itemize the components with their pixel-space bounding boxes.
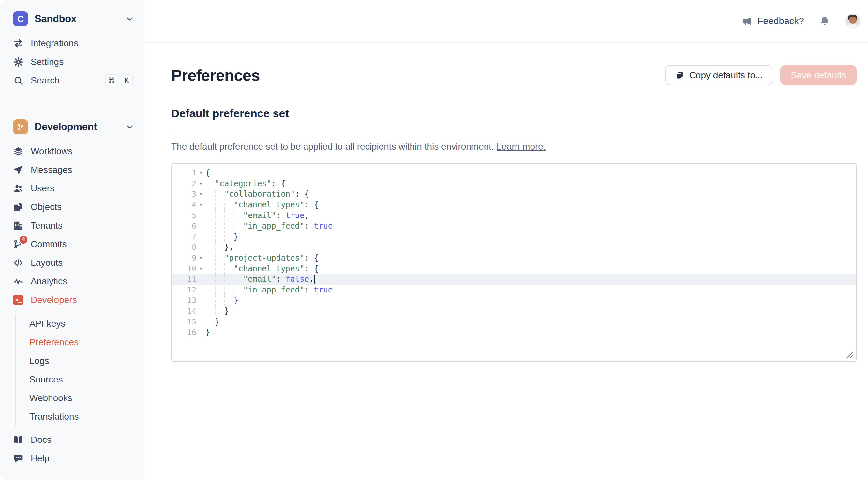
- indent-guide: [215, 200, 224, 210]
- editor-line-14: 14}: [172, 306, 856, 317]
- fold-arrow-icon[interactable]: ▾: [196, 266, 206, 272]
- line-number: 10: [172, 265, 196, 273]
- sidebar-item-label: Settings: [31, 57, 64, 67]
- fold-arrow-icon[interactable]: ▾: [196, 181, 206, 186]
- line-number: 6: [172, 222, 196, 230]
- help-icon: [13, 453, 24, 464]
- indent-guide: [206, 200, 215, 210]
- workspace-name: Sandbox: [35, 13, 119, 25]
- users-icon: [13, 183, 24, 194]
- indent-guide: [215, 253, 224, 264]
- sidebar-footer-nav: DocsHelp: [0, 430, 144, 470]
- sidebar-item-commits[interactable]: 4Commits: [0, 235, 144, 253]
- code-text: }: [206, 232, 856, 242]
- kbd-key: K: [121, 74, 133, 86]
- code-text: "in_app_feed": true: [206, 285, 856, 295]
- sidebar-item-label: Docs: [31, 435, 52, 445]
- sidebar-item-label: Users: [31, 183, 55, 194]
- line-number: 12: [172, 286, 196, 294]
- code-token-key: "in_app_feed": [243, 221, 305, 231]
- line-number: 16: [172, 328, 196, 336]
- code-text: "collaboration": {: [206, 189, 856, 200]
- sidebar-item-label: Search: [31, 75, 60, 86]
- sidebar-subitem-logs[interactable]: Logs: [16, 352, 144, 370]
- fold-arrow-icon[interactable]: ▾: [196, 202, 206, 208]
- workspace-switcher[interactable]: C Sandbox: [13, 8, 134, 29]
- code-token-punct: :: [304, 221, 314, 231]
- code-text: },: [206, 242, 856, 253]
- line-number: 8: [172, 243, 196, 251]
- editor-line-5: 5"email": true,: [172, 210, 856, 221]
- line-number: 15: [172, 318, 196, 326]
- bell-icon[interactable]: [819, 16, 830, 27]
- indent-guide: [215, 285, 224, 295]
- sidebar-item-tenants[interactable]: Tenants: [0, 216, 144, 235]
- sidebar-item-messages[interactable]: Messages: [0, 160, 144, 179]
- code-text: "categories": {: [206, 178, 856, 189]
- sidebar-item-layouts[interactable]: Layouts: [0, 253, 144, 272]
- code-token-punct: {: [206, 168, 210, 177]
- sidebar-item-objects[interactable]: Objects: [0, 198, 144, 216]
- fold-arrow-icon[interactable]: ▾: [196, 255, 206, 261]
- json-code-editor[interactable]: 1▾{2▾"categories": {3▾"collaboration": {…: [171, 163, 857, 362]
- code-token-bool: false: [286, 275, 309, 284]
- sidebar-item-users[interactable]: Users: [0, 179, 144, 198]
- analytics-icon: [13, 276, 24, 287]
- integrations-icon: [13, 38, 24, 49]
- copy-defaults-label: Copy defaults to...: [689, 70, 763, 81]
- save-defaults-button[interactable]: Save defaults: [780, 65, 857, 85]
- indent-guide: [215, 263, 224, 274]
- sidebar-subitem-preferences[interactable]: Preferences: [16, 333, 144, 352]
- environment-name: Development: [35, 121, 119, 133]
- code-token-punct: ,: [309, 275, 314, 284]
- indent-guide: [224, 274, 234, 285]
- indent-guide: [215, 210, 224, 221]
- sidebar-subitem-webhooks[interactable]: Webhooks: [16, 389, 144, 407]
- environment-switcher[interactable]: Development: [13, 116, 134, 137]
- editor-line-7: 7}: [172, 232, 856, 242]
- indent-guide: [215, 274, 224, 285]
- sidebar-subitem-translations[interactable]: Translations: [16, 407, 144, 426]
- sidebar-item-integrations[interactable]: Integrations: [0, 34, 144, 53]
- code-token-punct: : {: [304, 253, 318, 263]
- code-token-bool: true: [314, 285, 333, 295]
- sidebar-item-settings[interactable]: Settings: [0, 53, 144, 71]
- sidebar-item-search[interactable]: Search⌘K: [0, 71, 144, 90]
- copy-defaults-button[interactable]: Copy defaults to...: [665, 65, 773, 85]
- sidebar-item-developers[interactable]: >_Developers: [0, 291, 144, 309]
- sidebar-item-help[interactable]: Help: [0, 449, 144, 468]
- fold-arrow-icon[interactable]: ▾: [196, 191, 206, 197]
- sidebar-subitem-sources[interactable]: Sources: [16, 370, 144, 389]
- feedback-button[interactable]: Feedback?: [742, 16, 804, 26]
- sidebar-developers-subnav: API keysPreferencesLogsSourcesWebhooksTr…: [15, 314, 144, 426]
- line-number: 2: [172, 179, 196, 188]
- indent-guide: [224, 232, 234, 242]
- indent-guide: [215, 295, 224, 306]
- indent-guide: [224, 285, 234, 295]
- editor-line-2: 2▾"categories": {: [172, 178, 856, 189]
- fold-arrow-icon[interactable]: ▾: [196, 170, 206, 176]
- learn-more-link[interactable]: Learn more.: [497, 142, 546, 152]
- sidebar-subitem-label: Webhooks: [29, 393, 72, 403]
- indent-guide: [224, 263, 234, 274]
- line-number: 9: [172, 254, 196, 262]
- sidebar-subitem-api-keys[interactable]: API keys: [16, 314, 144, 333]
- code-token-punct: : {: [295, 189, 309, 199]
- code-token-bool: true: [286, 211, 305, 220]
- keyboard-shortcut: ⌘K: [105, 74, 133, 86]
- sidebar-item-workflows[interactable]: Workflows: [0, 142, 144, 160]
- sidebar-item-label: Messages: [31, 165, 72, 175]
- section-title: Default preference set: [171, 107, 857, 120]
- sidebar-item-docs[interactable]: Docs: [0, 430, 144, 449]
- resize-handle-icon[interactable]: [844, 350, 854, 359]
- indent-guide: [215, 221, 224, 232]
- code-text: "project-updates": {: [206, 253, 856, 264]
- sidebar-item-analytics[interactable]: Analytics: [0, 272, 144, 291]
- indent-guide: [206, 263, 215, 274]
- sidebar-item-label: Developers: [31, 295, 77, 305]
- indent-guide: [206, 253, 215, 264]
- indent-guide: [215, 306, 224, 317]
- user-avatar[interactable]: [845, 14, 860, 29]
- line-number: 14: [172, 307, 196, 315]
- workspace-logo-icon: C: [13, 11, 28, 26]
